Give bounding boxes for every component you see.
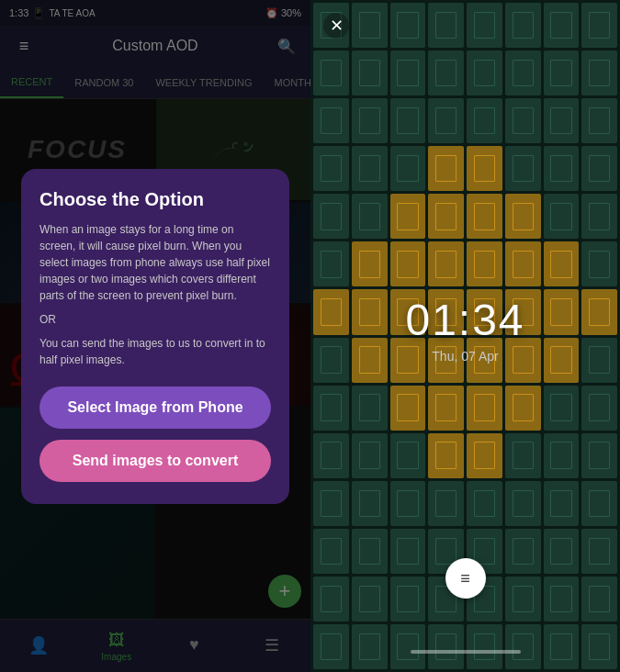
send-images-button[interactable]: Send images to convert (39, 440, 271, 482)
time-display: 01:34 Thu, 07 Apr (405, 295, 524, 364)
modal-overlay: Choose the Option When an image stays fo… (0, 0, 310, 672)
clock-time: 01:34 (405, 295, 524, 345)
modal-body2: You can send the images to us to convert… (39, 335, 271, 368)
select-image-button[interactable]: Select Image from Phone (39, 386, 271, 429)
modal-box: Choose the Option When an image stays fo… (21, 169, 289, 504)
close-button[interactable]: ✕ (323, 13, 349, 39)
right-panel: ✕ 01:34 Thu, 07 Apr ≡ (310, 0, 620, 672)
left-panel: 1:33 📱 TA TE AOA ⏰ 30% ≡ Custom AOD 🔍 RE… (0, 0, 310, 672)
menu-fab-button[interactable]: ≡ (445, 558, 486, 599)
bottom-indicator (411, 650, 521, 654)
modal-title: Choose the Option (39, 189, 271, 210)
modal-or: OR (39, 313, 271, 326)
modal-body1: When an image stays for a long time on s… (39, 221, 271, 304)
clock-date: Thu, 07 Apr (405, 349, 524, 364)
menu-fab-icon: ≡ (460, 569, 470, 588)
